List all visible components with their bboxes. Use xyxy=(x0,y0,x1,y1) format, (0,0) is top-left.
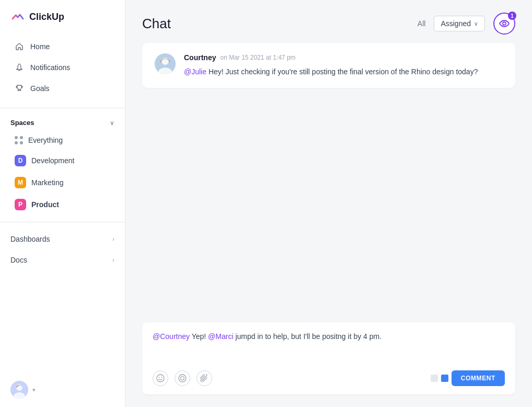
sidebar-item-docs[interactable]: Docs › xyxy=(0,251,125,269)
message-author: Courtney xyxy=(184,53,216,62)
space-development-label: Development xyxy=(31,156,75,165)
emoji-icon xyxy=(156,374,165,382)
paperclip-icon xyxy=(200,374,209,382)
docs-chevron-icon: › xyxy=(112,256,114,264)
bell-icon xyxy=(15,63,24,72)
reply-icons-group xyxy=(153,370,212,386)
trophy-icon xyxy=(15,84,24,93)
reply-toolbar: COMMENT xyxy=(153,370,505,386)
message-text: Hey! Just checking if you're still posti… xyxy=(206,67,478,76)
svg-point-3 xyxy=(503,22,506,25)
reply-text-1: Yep! xyxy=(190,332,208,341)
sidebar-divider-2 xyxy=(0,222,125,222)
message-mention: @Julie xyxy=(184,67,206,76)
sidebar-item-goals-label: Goals xyxy=(30,84,50,93)
sidebar-item-marketing[interactable]: M Marketing xyxy=(4,173,121,193)
color-swatch-gray[interactable] xyxy=(431,375,438,382)
filter-all-btn[interactable]: All xyxy=(418,19,426,28)
sidebar-item-home-label: Home xyxy=(30,42,50,51)
space-everything-label: Everything xyxy=(28,136,63,144)
everything-icon xyxy=(15,136,23,144)
space-badge-marketing: M xyxy=(15,177,26,188)
sidebar-item-notifications[interactable]: Notifications xyxy=(4,58,121,77)
reply-mention-1: @Courtney xyxy=(153,332,190,341)
sidebar-divider-1 xyxy=(0,108,125,108)
page-title: Chat xyxy=(142,16,409,32)
chat-area: Courtney on Mar 15 2021 at 1:47 pm @Juli… xyxy=(125,43,532,322)
main-content: Chat All Assigned ∨ 1 xyxy=(125,0,532,407)
notification-badge: 1 xyxy=(508,12,516,20)
logo-text: ClickUp xyxy=(29,12,64,22)
svg-point-9 xyxy=(161,377,163,378)
sidebar-item-everything[interactable]: Everything xyxy=(4,132,121,149)
user-avatar-img xyxy=(10,381,28,399)
record-button[interactable] xyxy=(175,370,190,386)
svg-point-1 xyxy=(16,385,22,391)
spaces-chevron-icon: ∨ xyxy=(110,119,114,127)
space-badge-product: P xyxy=(15,199,26,210)
clickup-logo-icon xyxy=(10,9,25,24)
space-marketing-label: Marketing xyxy=(31,178,63,187)
emoji-button[interactable] xyxy=(153,370,168,386)
svg-point-8 xyxy=(159,377,160,378)
message-content: Courtney on Mar 15 2021 at 1:47 pm @Juli… xyxy=(184,53,503,77)
comment-button[interactable]: COMMENT xyxy=(452,370,505,386)
assigned-label: Assigned xyxy=(441,19,471,28)
reply-mention-2: @Marci xyxy=(208,332,233,341)
dashboards-label: Dashboards xyxy=(10,235,50,243)
avatar xyxy=(10,381,28,399)
sidebar-item-product[interactable]: P Product xyxy=(4,195,121,214)
sidebar-item-notifications-label: Notifications xyxy=(30,63,70,72)
home-icon xyxy=(15,42,24,51)
spaces-header[interactable]: Spaces ∨ xyxy=(0,115,125,131)
sidebar-item-home[interactable]: Home xyxy=(4,37,121,56)
sidebar: ClickUp Home Notifications Goals Spaces … xyxy=(0,0,125,407)
attach-button[interactable] xyxy=(196,370,212,386)
chat-message: Courtney on Mar 15 2021 at 1:47 pm @Juli… xyxy=(142,43,515,88)
user-menu-chevron-icon: ▾ xyxy=(32,387,36,393)
all-filter-label: All xyxy=(418,19,426,28)
dashboards-chevron-icon: › xyxy=(112,235,114,243)
reply-actions-group: COMMENT xyxy=(431,370,505,386)
sidebar-footer[interactable]: ▾ xyxy=(0,372,125,407)
sidebar-item-goals[interactable]: Goals xyxy=(4,78,121,98)
sidebar-nav: Home Notifications Goals xyxy=(0,33,125,101)
message-body: @Julie Hey! Just checking if you're stil… xyxy=(184,66,503,77)
watch-button[interactable]: 1 xyxy=(493,13,515,35)
reply-text-2: jumpd in to help, but I'll be positng it… xyxy=(234,332,382,341)
eye-icon xyxy=(499,20,510,27)
message-avatar xyxy=(155,53,176,74)
space-product-label: Product xyxy=(31,200,59,209)
logo[interactable]: ClickUp xyxy=(0,0,125,33)
color-swatch-blue[interactable] xyxy=(441,375,448,382)
message-time: on Mar 15 2021 at 1:47 pm xyxy=(220,54,295,61)
chat-header: Chat All Assigned ∨ 1 xyxy=(125,0,532,43)
assigned-chevron-icon: ∨ xyxy=(474,20,478,27)
record-icon xyxy=(178,374,187,382)
message-header: Courtney on Mar 15 2021 at 1:47 pm xyxy=(184,53,503,62)
svg-point-7 xyxy=(157,375,164,382)
sidebar-item-dashboards[interactable]: Dashboards › xyxy=(0,230,125,248)
svg-point-10 xyxy=(179,375,186,382)
spaces-title: Spaces xyxy=(10,119,34,127)
assigned-dropdown[interactable]: Assigned ∨ xyxy=(434,16,485,31)
space-badge-development: D xyxy=(15,155,26,166)
docs-label: Docs xyxy=(10,256,27,264)
reply-box: @Courtney Yep! @Marci jumpd in to help, … xyxy=(142,322,515,394)
svg-point-11 xyxy=(181,377,184,380)
sidebar-item-development[interactable]: D Development xyxy=(4,151,121,171)
reply-text-content[interactable]: @Courtney Yep! @Marci jumpd in to help, … xyxy=(153,331,505,362)
